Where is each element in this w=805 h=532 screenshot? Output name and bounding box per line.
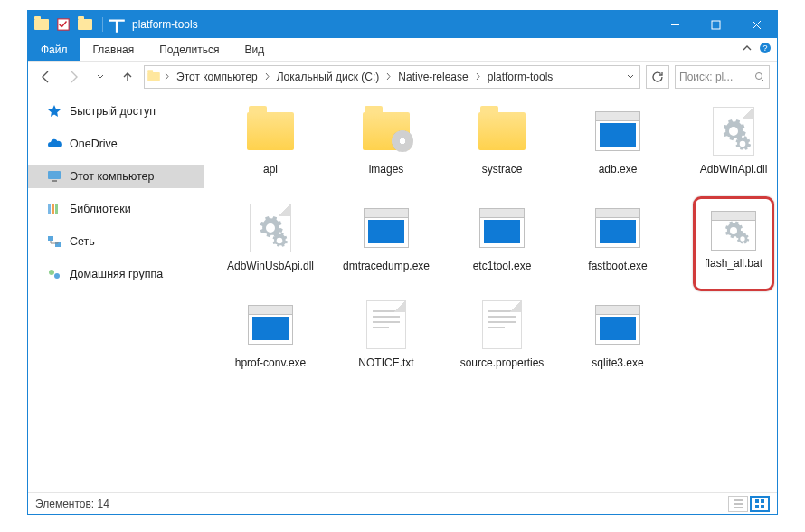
minimize-button[interactable]: [655, 11, 696, 38]
ribbon-tab-share[interactable]: Поделиться: [147, 38, 232, 61]
file-label: systrace: [482, 163, 523, 176]
file-item[interactable]: AdbWinApi.dll: [680, 105, 777, 176]
file-item[interactable]: sqlite3.exe: [564, 299, 671, 370]
item-count: Элементов: 14: [35, 498, 109, 510]
file-item[interactable]: flash_all.bat: [680, 202, 777, 273]
file-icon: [473, 299, 531, 351]
file-label: NOTICE.txt: [358, 356, 413, 370]
svg-rect-17: [761, 505, 764, 508]
file-item[interactable]: api: [217, 105, 324, 176]
sidebar-item-onedrive[interactable]: OneDrive: [28, 132, 204, 156]
breadcrumb-seg[interactable]: platform-tools: [484, 71, 557, 83]
nav-up-button[interactable]: [117, 66, 138, 88]
file-item[interactable]: images: [333, 105, 440, 176]
breadcrumb-seg[interactable]: Этот компьютер: [173, 71, 261, 83]
file-label: fastboot.exe: [588, 260, 647, 273]
qat-properties-icon[interactable]: [53, 14, 73, 34]
file-item[interactable]: dmtracedump.exe: [333, 202, 440, 273]
svg-point-4: [756, 73, 762, 80]
svg-point-12: [49, 270, 54, 275]
file-item[interactable]: hprof-conv.exe: [217, 299, 324, 370]
file-label: hprof-conv.exe: [235, 356, 307, 370]
sidebar-item-thispc[interactable]: Этот компьютер: [28, 165, 204, 188]
sidebar: Быстрый доступ OneDrive Этот компьютер Б…: [28, 92, 204, 492]
chevron-right-icon[interactable]: [474, 71, 482, 83]
chevron-right-icon[interactable]: [384, 71, 393, 83]
address-dropdown-icon[interactable]: [623, 71, 638, 83]
file-item[interactable]: systrace: [449, 105, 555, 176]
svg-rect-6: [52, 180, 57, 182]
file-icon: [705, 204, 762, 257]
svg-point-13: [54, 273, 60, 279]
sidebar-label: Библиотеки: [70, 203, 131, 215]
sidebar-item-quickaccess[interactable]: Быстрый доступ: [28, 100, 204, 123]
monitor-icon: [46, 168, 62, 185]
file-icon: [242, 105, 299, 157]
svg-text:?: ?: [762, 43, 767, 52]
homegroup-icon: [46, 266, 62, 282]
search-input[interactable]: Поиск: pl...: [675, 65, 770, 89]
sidebar-item-network[interactable]: Сеть: [28, 230, 204, 253]
file-item[interactable]: NOTICE.txt: [333, 299, 440, 370]
qat-folder-icon[interactable]: [32, 14, 52, 34]
nav-back-button[interactable]: [35, 66, 57, 88]
file-icon: [473, 105, 531, 157]
ribbon-tab-home[interactable]: Главная: [80, 38, 147, 61]
file-icon: [242, 202, 299, 254]
file-label: etc1tool.exe: [473, 260, 532, 273]
ribbon-collapse-icon[interactable]: [741, 42, 753, 57]
sidebar-label: Домашняя группа: [70, 268, 163, 280]
file-icon: [589, 299, 647, 351]
ribbon-file-tab[interactable]: Файл: [28, 38, 80, 61]
file-label: adb.exe: [599, 163, 638, 176]
file-item[interactable]: fastboot.exe: [564, 202, 671, 273]
titlebar: platform-tools: [28, 11, 777, 38]
sidebar-item-homegroup[interactable]: Домашняя группа: [28, 262, 204, 286]
file-label: dmtracedump.exe: [343, 260, 430, 273]
search-placeholder: Поиск: pl...: [679, 71, 733, 83]
breadcrumb-seg[interactable]: Локальный диск (C:): [273, 71, 384, 83]
file-label: source.properties: [460, 356, 545, 370]
file-item[interactable]: source.properties: [449, 299, 555, 370]
nav-forward-button[interactable]: [62, 66, 84, 88]
ribbon-tabs: Файл Главная Поделиться Вид ?: [28, 38, 777, 62]
chevron-right-icon[interactable]: [263, 71, 271, 83]
chevron-right-icon[interactable]: [163, 71, 171, 83]
file-label: images: [369, 163, 404, 176]
file-label: AdbWinUsbApi.dll: [227, 260, 314, 273]
svg-rect-16: [755, 505, 759, 508]
view-details-button[interactable]: [728, 496, 748, 512]
svg-rect-5: [48, 171, 61, 179]
qat-customize-icon[interactable]: [107, 14, 127, 34]
breadcrumb-seg[interactable]: Native-release: [394, 71, 471, 83]
file-icon: [357, 202, 415, 254]
svg-rect-9: [55, 204, 58, 214]
window-title: platform-tools: [127, 18, 655, 31]
file-item[interactable]: adb.exe: [564, 105, 671, 176]
network-icon: [46, 233, 62, 250]
file-label: flash_all.bat: [705, 257, 762, 271]
file-item[interactable]: AdbWinUsbApi.dll: [217, 202, 324, 273]
file-icon: [357, 299, 415, 351]
ribbon-tab-view[interactable]: Вид: [232, 38, 277, 61]
file-icon: [705, 105, 762, 157]
svg-rect-8: [52, 204, 54, 214]
nav-history-dropdown[interactable]: [90, 66, 111, 88]
qat-newfolder-icon[interactable]: [75, 14, 95, 34]
file-item[interactable]: etc1tool.exe: [449, 202, 555, 273]
file-pane[interactable]: apiimagessystraceadb.exeAdbWinApi.dllAdb…: [204, 92, 777, 492]
help-icon[interactable]: ?: [759, 42, 772, 57]
refresh-button[interactable]: [646, 65, 669, 89]
sidebar-label: Этот компьютер: [70, 170, 154, 183]
address-folder-icon: [147, 72, 160, 81]
file-icon: [589, 202, 647, 254]
file-label: sqlite3.exe: [592, 356, 643, 370]
sidebar-item-libraries[interactable]: Библиотеки: [28, 197, 204, 221]
svg-rect-15: [761, 499, 764, 503]
statusbar: Элементов: 14: [28, 492, 777, 514]
maximize-button[interactable]: [696, 11, 736, 38]
address-bar[interactable]: Этот компьютер Локальный диск (C:) Nativ…: [144, 65, 640, 89]
file-icon: [357, 105, 415, 157]
close-button[interactable]: [736, 11, 777, 38]
view-icons-button[interactable]: [750, 496, 770, 512]
